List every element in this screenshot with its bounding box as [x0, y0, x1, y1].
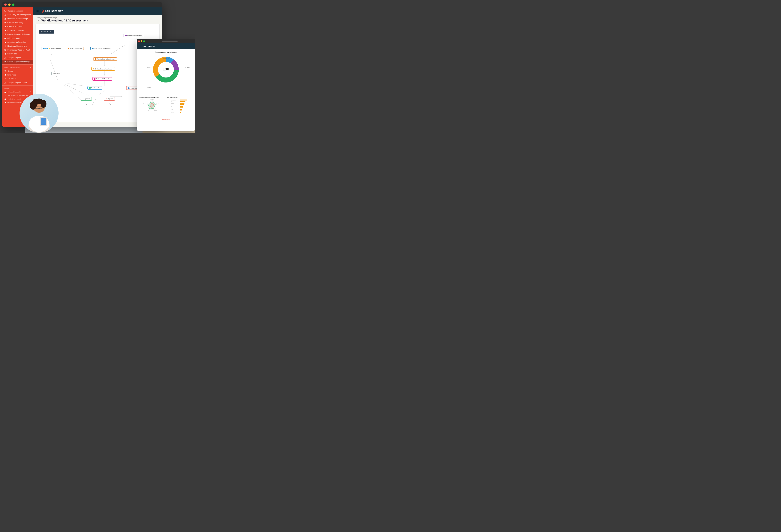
- globe-icon: [4, 49, 6, 51]
- sidebar-item-incident[interactable]: Incident Management: [2, 29, 33, 32]
- chart-title: Assessments by category: [139, 51, 193, 53]
- second-maximize-btn[interactable]: [143, 40, 145, 42]
- node-send-ext-label: Send External Questionnaire: [94, 48, 111, 49]
- svg-rect-91: [180, 112, 181, 113]
- node-rejected-label: Rejected: [108, 98, 113, 99]
- teal-dot-icon: [89, 87, 91, 89]
- sidebar-item-securities[interactable]: Securities Authorization: [2, 40, 33, 44]
- gift-view-icon: [4, 91, 6, 93]
- analytics-panel: GAN INTEGRITY Assessments by category Di…: [137, 39, 195, 131]
- sidebar-item-employees[interactable]: Employees: [2, 73, 33, 77]
- groups-icon: [4, 70, 6, 72]
- svg-text:Aland Islands: Aland Islands: [171, 108, 175, 108]
- sidebar-label-international: International Trade and Audit: [7, 49, 30, 51]
- initial-badge: INITIAL: [43, 48, 48, 49]
- node-screening-review[interactable]: INITIAL ⚡ Screening Review: [42, 47, 63, 50]
- svg-point-71: [154, 108, 154, 109]
- node-biz-just-label: Business Justification: [70, 48, 82, 49]
- sidebar-label-donations: Donations & Sponsorships: [7, 18, 28, 20]
- megaphone-icon: [4, 10, 6, 12]
- svg-rect-4: [4, 23, 6, 24]
- brand-name: GAN INTEGRITY: [45, 10, 63, 12]
- sidebar-item-entity-config[interactable]: Entity Configuration Manager: [2, 60, 33, 63]
- user-management-section: USER MANAGEMENT ▾: [2, 65, 33, 69]
- view-more-button[interactable]: View more: [137, 117, 195, 122]
- node-entity-creation[interactable]: ✏ Entity Creation: [39, 30, 54, 34]
- node-evaluate-external[interactable]: ◼ Evaluate External Questionnaire: [91, 67, 115, 71]
- node-approved[interactable]: ✓ Approved: [81, 97, 92, 101]
- sidebar-item-competition[interactable]: Competition Law Disclosures: [2, 32, 33, 36]
- second-close-btn[interactable]: [138, 40, 140, 42]
- svg-rect-30: [5, 102, 6, 103]
- sidebar-item-analytics[interactable]: Analytics Reports: [2, 56, 33, 60]
- node-new-status[interactable]: New Status: [51, 72, 61, 75]
- arrow-icon: ▾: [30, 91, 31, 93]
- maximize-button[interactable]: [12, 3, 14, 6]
- svg-point-70: [155, 104, 156, 104]
- sidebar-item-gifts[interactable]: Gifts and Hospitality: [2, 21, 33, 25]
- vendor-label: Vendor: [147, 67, 151, 68]
- svg-rect-87: [180, 109, 182, 110]
- svg-rect-81: [180, 104, 184, 105]
- hamburger-icon[interactable]: ☰: [36, 9, 39, 13]
- second-minimize-btn[interactable]: [141, 40, 142, 42]
- sidebar-item-healthcare[interactable]: Healthcare Engagements: [2, 44, 33, 48]
- svg-text:Medium: Medium: [154, 110, 157, 111]
- chart-sub-area: Assessments risk distribution Very Hig: [137, 95, 195, 117]
- sidebar-item-campaign-manager[interactable]: Campaign Manager: [2, 9, 33, 13]
- svg-text:United States of...: United States of...: [171, 100, 176, 101]
- person-illustration: [19, 94, 63, 133]
- svg-point-1: [5, 14, 5, 15]
- pencil-icon: ✏: [41, 31, 42, 33]
- svg-rect-85: [180, 107, 183, 108]
- svg-text:Albania: Albania: [171, 104, 173, 105]
- node-business-justification[interactable]: Business Justification: [66, 47, 84, 50]
- svg-line-41: [99, 91, 105, 94]
- sidebar-item-groups[interactable]: Groups: [2, 69, 33, 73]
- sidebar-label-incident: Incident Management: [7, 30, 25, 32]
- page-title-text: Workflow editor: ABAC Assessment: [41, 19, 88, 22]
- svg-text:China: China: [171, 109, 173, 110]
- blue-dot-icon: [92, 48, 93, 49]
- mac-titlebar: [2, 2, 162, 7]
- sidebar-item-international[interactable]: International Trade and Audit: [2, 48, 33, 52]
- node-pending-external[interactable]: Pending External Questionnaire: [93, 57, 117, 61]
- svg-point-23: [5, 71, 6, 71]
- medical-icon: [4, 45, 6, 47]
- close-button[interactable]: [4, 3, 7, 6]
- bar-chart-icon: [4, 57, 6, 59]
- svg-text:El Salvador: El Salvador: [171, 113, 174, 113]
- sidebar-item-tprm[interactable]: Third Party Risk Management: [2, 13, 33, 17]
- agent-label: Agent: [147, 87, 151, 88]
- back-arrow-icon[interactable]: ←: [37, 19, 40, 22]
- sidebar-item-ask[interactable]: Ask Compliance: [2, 36, 33, 40]
- orange-dot-icon: [68, 48, 69, 49]
- sidebar-item-analytics-access[interactable]: Analytics Reports Access: [2, 81, 33, 85]
- sidebar-item-api[interactable]: API Access: [2, 77, 33, 81]
- sidebar-item-coi[interactable]: ! Conflicts of Interest: [2, 25, 33, 29]
- node-external-risk[interactable]: External Risk Assessment: [124, 34, 144, 37]
- risk-distribution-chart: Assessments risk distribution Very Hig: [139, 97, 165, 115]
- svg-rect-25: [4, 83, 5, 84]
- sidebar-item-donations[interactable]: Donations & Sponsorships: [2, 17, 33, 21]
- svg-point-21: [5, 61, 6, 62]
- upload-icon: [4, 53, 6, 55]
- node-new-status-label: New Status: [53, 73, 59, 74]
- svg-text:Very Low: Very Low: [143, 103, 146, 104]
- sidebar-item-bulk[interactable]: Bulk Upload: [2, 52, 33, 56]
- top-nav: ☰ GAN INTEGRITY: [33, 7, 162, 15]
- node-business-unit[interactable]: Business Unit Evaluation: [92, 77, 112, 81]
- svg-rect-83: [180, 106, 183, 107]
- sidebar-view-gifts[interactable]: Gifts and Hospitality ▾: [2, 90, 33, 94]
- supplier-label: Supplier: [185, 67, 190, 68]
- node-final-evaluation[interactable]: Final Evaluation: [87, 86, 102, 90]
- donut-chart-container: Distributor Vendor Supplier Agent: [139, 56, 193, 91]
- node-send-external[interactable]: Send External Questionnaire: [90, 47, 112, 50]
- node-rejected[interactable]: ✕ Rejected: [104, 97, 115, 101]
- node-screening-label: Screening Review: [51, 48, 61, 49]
- minimize-button[interactable]: [8, 3, 10, 6]
- svg-text:Colombia: Colombia: [171, 111, 174, 112]
- second-nav: GAN INTEGRITY: [137, 43, 195, 49]
- second-brand-name: GAN INTEGRITY: [142, 45, 155, 47]
- top-countries-chart: Top 10 countries United States of... Rus…: [167, 97, 193, 115]
